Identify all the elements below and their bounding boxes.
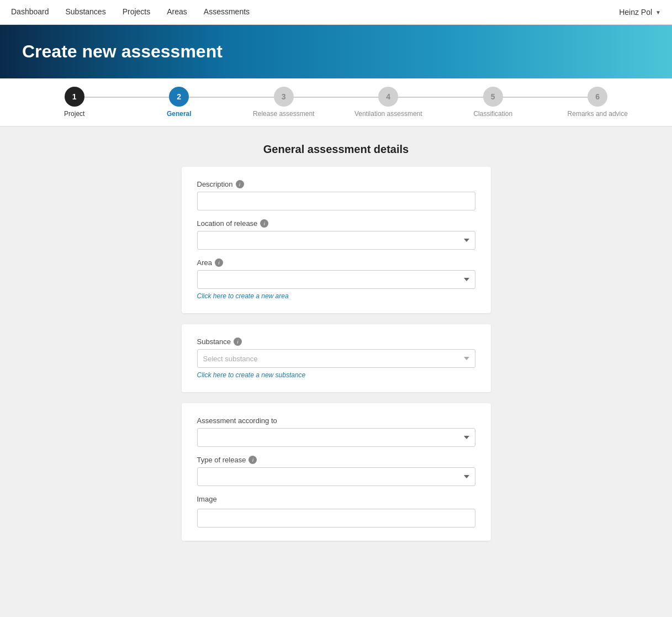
step-label-5: Classification [473,110,512,118]
substance-info-icon: i [234,337,242,346]
nav-assessments[interactable]: Assessments [204,0,250,25]
nav-links: Dashboard Substances Projects Areas Asse… [11,0,250,25]
field-area: Area i Click here to create a new area [197,259,475,300]
location-select[interactable] [197,231,475,250]
step-circle-3: 3 [274,87,294,107]
create-area-link[interactable]: Click here to create a new area [197,292,289,300]
step-4[interactable]: 4 Ventilation assessment [336,87,441,118]
release-type-select[interactable] [197,467,475,486]
step-circle-6: 6 [588,87,607,107]
nav-projects[interactable]: Projects [123,0,151,25]
step-circle-2: 2 [169,87,189,107]
field-assessment-according: Assessment according to [197,416,475,447]
field-release-type: Type of release i [197,456,475,486]
release-type-info-icon: i [248,456,257,464]
area-select[interactable] [197,270,475,289]
substance-label: Substance i [197,337,475,346]
description-label: Description i [197,180,475,188]
navbar: Dashboard Substances Projects Areas Asse… [0,0,672,25]
card-general: Description i Location of release i Area… [182,167,491,313]
step-label-4: Ventilation assessment [354,110,422,118]
step-circle-5: 5 [483,87,503,107]
step-5[interactable]: 5 Classification [441,87,546,118]
step-circle-1: 1 [65,87,84,107]
substance-select[interactable]: Select substance [197,349,475,368]
user-name: Heinz Pol [619,8,652,17]
description-input[interactable] [197,192,475,210]
field-image: Image [197,495,475,528]
nav-substances[interactable]: Substances [66,0,106,25]
step-label-1: Project [64,110,84,118]
step-label-3: Release assessment [253,110,314,118]
area-label: Area i [197,259,475,267]
step-label-6: Remarks and advice [568,110,628,118]
section-title: General assessment details [0,143,672,156]
step-1[interactable]: 1 Project [22,87,127,118]
chevron-down-icon: ▼ [655,9,661,15]
user-menu[interactable]: Heinz Pol ▼ [619,8,661,17]
location-label: Location of release i [197,219,475,228]
step-3[interactable]: 3 Release assessment [231,87,336,118]
main-content: General assessment details Description i… [0,126,672,568]
step-circle-4: 4 [378,87,398,107]
create-substance-link[interactable]: Click here to create a new substance [197,371,306,379]
area-info-icon: i [215,259,223,267]
nav-areas[interactable]: Areas [167,0,187,25]
image-input[interactable] [197,509,475,528]
release-type-label: Type of release i [197,456,475,464]
field-location: Location of release i [197,219,475,250]
hero-banner: Create new assessment [0,25,672,78]
assessment-according-label: Assessment according to [197,416,475,425]
stepper: 1 Project 2 General 3 Release assessment… [0,78,672,126]
card-assessment-type: Assessment according to Type of release … [182,403,491,541]
step-6[interactable]: 6 Remarks and advice [546,87,650,118]
field-description: Description i [197,180,475,210]
description-info-icon: i [236,180,244,188]
location-info-icon: i [260,219,268,228]
step-label-2: General [167,110,192,118]
assessment-according-select[interactable] [197,428,475,447]
nav-dashboard[interactable]: Dashboard [11,0,49,25]
page-title: Create new assessment [22,41,650,62]
card-substance: Substance i Select substance Click here … [182,324,491,392]
field-substance: Substance i Select substance Click here … [197,337,475,379]
step-2[interactable]: 2 General [127,87,232,118]
image-label: Image [197,495,475,503]
